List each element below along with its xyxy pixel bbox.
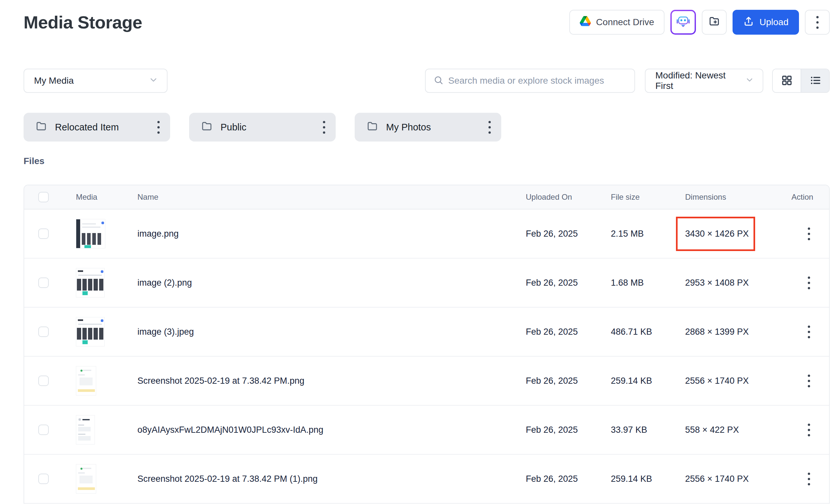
file-uploaded-on: Feb 26, 2025	[513, 425, 598, 435]
folder-name: My Photos	[386, 122, 431, 133]
table-row: image (3).jpeg Feb 26, 2025 486.71 KB 28…	[24, 307, 829, 357]
file-dimensions: 2556 × 1740 PX	[674, 474, 780, 484]
list-icon	[809, 75, 821, 87]
more-options-button[interactable]	[805, 10, 830, 35]
kebab-icon	[808, 375, 810, 387]
file-uploaded-on: Feb 26, 2025	[513, 278, 598, 288]
kebab-icon	[808, 473, 810, 485]
file-name: image (3).jpeg	[119, 327, 513, 337]
sort-select[interactable]: Modified: Newest First	[645, 69, 763, 93]
file-thumbnail[interactable]	[76, 415, 95, 445]
folder-menu-button[interactable]	[320, 118, 329, 137]
file-thumbnail[interactable]	[76, 268, 105, 297]
file-thumbnail[interactable]	[76, 219, 105, 248]
folder-card-relocated-item[interactable]: Relocated Item	[24, 113, 170, 142]
row-checkbox[interactable]	[38, 425, 49, 435]
file-size: 259.14 KB	[598, 376, 674, 386]
row-checkbox[interactable]	[38, 327, 49, 337]
upload-button[interactable]: Upload	[733, 10, 799, 35]
file-name: image (2).png	[119, 278, 513, 288]
folder-plus-icon	[708, 15, 720, 29]
page-title: Media Storage	[24, 12, 142, 32]
file-thumbnail[interactable]	[76, 464, 96, 494]
table-row: Screenshot 2025-02-19 at 7.38.42 PM.png …	[24, 357, 829, 406]
table-row: Screenshot 2025-02-19 at 7.38.42 PM (1).…	[24, 455, 829, 504]
upload-icon	[743, 16, 754, 29]
grid-icon	[781, 75, 793, 87]
folder-chips: Relocated Item Public My Photos	[24, 113, 830, 142]
file-dimensions: 2953 × 1408 PX	[674, 278, 780, 288]
folder-icon	[35, 120, 47, 134]
row-menu-button[interactable]	[805, 469, 813, 489]
folder-menu-button[interactable]	[154, 118, 163, 137]
google-drive-icon	[580, 16, 591, 28]
file-name: Screenshot 2025-02-19 at 7.38.42 PM (1).…	[119, 474, 513, 484]
grid-view-button[interactable]	[773, 69, 801, 92]
folder-menu-button[interactable]	[485, 118, 494, 137]
file-name: o8yAIAysxFwL2DMAjN01W0JPLc93xv-IdA.png	[119, 425, 513, 435]
folder-card-my-photos[interactable]: My Photos	[355, 113, 501, 142]
row-menu-button[interactable]	[805, 420, 813, 439]
ai-assistant-button[interactable]	[670, 10, 696, 35]
table-row: image.png Feb 26, 2025 2.15 MB 3430 × 14…	[24, 209, 829, 258]
folder-name: Relocated Item	[55, 122, 119, 133]
column-header-uploaded: Uploaded On	[513, 193, 598, 202]
column-header-action: Action	[780, 193, 829, 202]
files-table: Media Name Uploaded On File size Dimensi…	[24, 185, 830, 504]
connect-drive-label: Connect Drive	[596, 17, 654, 27]
column-header-size: File size	[598, 193, 674, 202]
file-thumbnail[interactable]	[76, 317, 105, 347]
kebab-icon	[808, 424, 810, 436]
column-header-name: Name	[119, 193, 513, 202]
file-uploaded-on: Feb 26, 2025	[513, 327, 598, 337]
folder-card-public[interactable]: Public	[189, 113, 336, 142]
table-row: image (2).png Feb 26, 2025 1.68 MB 2953 …	[24, 258, 829, 307]
connect-drive-button[interactable]: Connect Drive	[569, 10, 665, 35]
kebab-icon	[808, 277, 810, 289]
chevron-down-icon	[148, 75, 158, 87]
file-size: 486.71 KB	[598, 327, 674, 337]
files-section-label: Files	[24, 156, 830, 167]
folder-icon	[201, 120, 213, 134]
kebab-icon	[808, 227, 810, 240]
filter-bar: My Media Modified: Newest First	[24, 69, 830, 93]
table-row: o8yAIAysxFwL2DMAjN01W0JPLc93xv-IdA.png F…	[24, 406, 829, 455]
robot-icon	[676, 14, 690, 31]
media-storage-page: Media Storage Connect Drive	[0, 10, 833, 504]
row-menu-button[interactable]	[805, 322, 813, 342]
collection-select-value: My Media	[34, 76, 74, 86]
view-toggle	[772, 69, 830, 93]
folder-icon	[366, 120, 378, 134]
kebab-icon	[158, 121, 160, 134]
file-dimensions: 2556 × 1740 PX	[674, 376, 780, 386]
row-checkbox[interactable]	[38, 277, 49, 288]
list-view-button[interactable]	[801, 69, 829, 92]
search-box	[425, 69, 635, 93]
file-thumbnail[interactable]	[76, 366, 96, 396]
row-menu-button[interactable]	[805, 371, 813, 390]
select-all-checkbox[interactable]	[38, 192, 49, 202]
row-menu-button[interactable]	[805, 224, 813, 244]
row-menu-button[interactable]	[805, 273, 813, 293]
kebab-icon	[489, 121, 491, 134]
file-name: Screenshot 2025-02-19 at 7.38.42 PM.png	[119, 376, 513, 386]
chevron-down-icon	[745, 75, 754, 86]
file-dimensions-highlighted: 3430 × 1426 PX	[685, 229, 748, 239]
top-actions: Connect Drive	[569, 10, 830, 35]
folder-name: Public	[220, 122, 246, 133]
search-icon	[433, 75, 443, 86]
search-input[interactable]	[448, 76, 626, 86]
file-size: 259.14 KB	[598, 474, 674, 484]
kebab-icon	[323, 121, 325, 134]
file-uploaded-on: Feb 26, 2025	[513, 229, 598, 239]
file-name: image.png	[119, 229, 513, 239]
new-folder-button[interactable]	[702, 10, 727, 35]
column-header-media: Media	[64, 193, 119, 202]
file-size: 1.68 MB	[598, 278, 674, 288]
row-checkbox[interactable]	[38, 474, 49, 484]
top-bar: Media Storage Connect Drive	[24, 10, 830, 35]
collection-select[interactable]: My Media	[24, 69, 168, 93]
row-checkbox[interactable]	[38, 228, 49, 239]
row-checkbox[interactable]	[38, 376, 49, 386]
table-header: Media Name Uploaded On File size Dimensi…	[24, 185, 829, 209]
